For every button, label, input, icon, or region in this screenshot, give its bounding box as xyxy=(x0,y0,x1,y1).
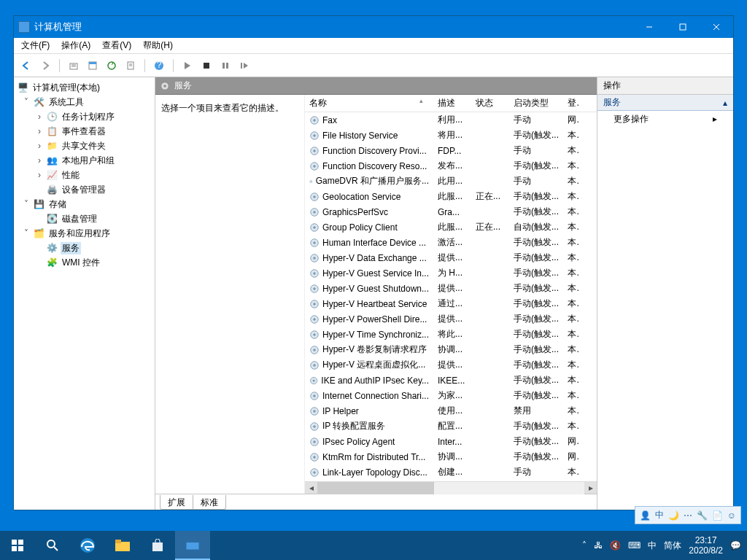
clock[interactable]: 23:17 2020/8/2 xyxy=(689,535,723,556)
tree-performance[interactable]: ›📈性能 xyxy=(14,168,155,182)
tree-services[interactable]: ⚙️服务 xyxy=(14,241,155,255)
menu-file[interactable]: 文件(F) xyxy=(15,38,55,53)
forward-button[interactable] xyxy=(37,58,53,74)
service-row[interactable]: Group Policy Client此服...正在...自动(触发...本 xyxy=(305,219,597,235)
ime-lang[interactable]: 中 xyxy=(655,509,664,521)
minimize-button[interactable] xyxy=(632,16,666,38)
dots-icon[interactable]: ⋯ xyxy=(684,510,692,521)
col-logon[interactable]: 登 xyxy=(563,97,579,109)
tree-shared-folders[interactable]: ›📁共享文件夹 xyxy=(14,139,155,153)
back-button[interactable] xyxy=(18,58,34,74)
taskbar[interactable]: ˄ 🖧 🔇 ⌨ 中 简体 23:17 2020/8/2 💬 xyxy=(0,531,747,560)
pause-button[interactable] xyxy=(217,58,233,74)
tree-event-viewer[interactable]: ›📋事件查看器 xyxy=(14,124,155,139)
store-button[interactable] xyxy=(140,531,175,560)
tree-disk-management[interactable]: 💽磁盘管理 xyxy=(14,211,155,226)
tree-local-users[interactable]: ›👥本地用户和组 xyxy=(14,153,155,168)
edge-button[interactable] xyxy=(70,531,105,560)
menu-view[interactable]: 查看(V) xyxy=(96,38,137,53)
notifications-icon[interactable]: 💬 xyxy=(730,540,741,551)
up-button[interactable] xyxy=(66,58,82,74)
scroll-thumb[interactable] xyxy=(317,482,434,494)
list-rows[interactable]: Fax利用...手动网File History Service将用...手动(触… xyxy=(305,112,597,481)
title-bar[interactable]: 计算机管理 xyxy=(14,16,733,38)
scroll-left[interactable]: ◂ xyxy=(305,482,317,494)
tree-wmi[interactable]: 🧩WMI 控件 xyxy=(14,255,155,270)
network-icon[interactable]: 🖧 xyxy=(594,540,603,551)
start-button[interactable] xyxy=(0,531,35,560)
service-row[interactable]: Function Discovery Provi...FDP...手动本 xyxy=(305,143,597,158)
service-row[interactable]: File History Service将用...手动(触发...本 xyxy=(305,128,597,143)
tab-standard[interactable]: 标准 xyxy=(193,495,226,510)
note-icon[interactable]: 📄 xyxy=(712,510,723,521)
service-row[interactable]: Hyper-V Guest Shutdown...提供...手动(触发...本 xyxy=(305,281,597,296)
col-name[interactable]: 名称▴ xyxy=(305,97,433,109)
tree-device-manager[interactable]: 🖨️设备管理器 xyxy=(14,182,155,197)
refresh-button[interactable] xyxy=(104,58,120,74)
props-button[interactable] xyxy=(85,58,101,74)
col-desc[interactable]: 描述 xyxy=(433,97,471,109)
close-button[interactable] xyxy=(700,16,733,38)
scroll-right[interactable]: ▸ xyxy=(584,482,597,494)
svg-rect-3 xyxy=(89,62,96,64)
storage-icon: 💾 xyxy=(33,198,44,210)
services-header: 服务 xyxy=(155,77,597,95)
service-row[interactable]: Fax利用...手动网 xyxy=(305,112,597,128)
service-row[interactable]: Internet Connection Shari...为家...手动(触发..… xyxy=(305,388,597,403)
service-row[interactable]: Human Interface Device ...激活...手动(触发...本 xyxy=(305,235,597,250)
restart-button[interactable] xyxy=(236,58,252,74)
tree-storage[interactable]: ˅💾存储 xyxy=(14,197,155,211)
menu-action[interactable]: 操作(A) xyxy=(55,38,96,53)
tree-root[interactable]: 🖥️ 计算机管理(本地) xyxy=(14,80,155,95)
service-row[interactable]: KtmRm for Distributed Tr...协调...手动(触发...… xyxy=(305,449,597,464)
ime-lang-tray[interactable]: 中 xyxy=(648,540,657,552)
moon-icon[interactable]: 🌙 xyxy=(668,510,679,521)
system-tray[interactable]: ˄ 🖧 🔇 ⌨ 中 简体 23:17 2020/8/2 💬 xyxy=(582,535,747,556)
list-header[interactable]: 名称▴ 描述 状态 启动类型 登 xyxy=(305,95,597,112)
service-row[interactable]: Hyper-V Heartbeat Service通过...手动(触发...本 xyxy=(305,296,597,311)
menu-help[interactable]: 帮助(H) xyxy=(137,38,179,53)
tray-up-icon[interactable]: ˄ xyxy=(582,540,587,551)
maximize-button[interactable] xyxy=(666,16,700,38)
explorer-button[interactable] xyxy=(105,531,140,560)
tree-task-scheduler[interactable]: ›🕒任务计划程序 xyxy=(14,109,155,124)
play-button[interactable] xyxy=(179,58,196,74)
service-row[interactable]: Hyper-V PowerShell Dire...提供...手动(触发...本 xyxy=(305,311,597,327)
service-row[interactable]: IP Helper使用...禁用本 xyxy=(305,403,597,419)
service-row[interactable]: GraphicsPerfSvcGra...手动(触发...本 xyxy=(305,204,597,219)
volume-icon[interactable]: 🔇 xyxy=(610,540,621,551)
keyboard-icon[interactable]: ⌨ xyxy=(628,540,640,551)
description-pane: 选择一个项目来查看它的描述。 xyxy=(155,95,304,494)
tree-services-apps[interactable]: ˅🗂️服务和应用程序 xyxy=(14,226,155,241)
stop-button[interactable] xyxy=(198,58,214,74)
service-row[interactable]: Link-Layer Topology Disc...创建...手动本 xyxy=(305,464,597,480)
service-row[interactable]: IP 转换配置服务配置...手动(触发...本 xyxy=(305,419,597,434)
service-row[interactable]: Hyper-V Time Synchroniz...将此...手动(触发...本 xyxy=(305,327,597,342)
service-row[interactable]: IKE and AuthIP IPsec Key...IKEE...手动(触发.… xyxy=(305,373,597,388)
h-scrollbar[interactable]: ◂ ▸ xyxy=(305,481,597,494)
smile-icon[interactable]: ☺ xyxy=(727,510,736,521)
service-row[interactable]: Hyper-V 卷影复制请求程序协调...手动(触发...本 xyxy=(305,342,597,357)
tab-extended[interactable]: 扩展 xyxy=(160,495,193,510)
service-row[interactable]: Function Discovery Reso...发布...手动(触发...本 xyxy=(305,158,597,174)
ime-float-bar[interactable]: 👤 中 🌙 ⋯ 🔧 📄 ☺ xyxy=(635,506,741,524)
scope-tree[interactable]: 🖥️ 计算机管理(本地) ˅🛠️系统工具 ›🕒任务计划程序 ›📋事件查看器 ›📁… xyxy=(14,77,155,510)
service-row[interactable]: Hyper-V Data Exchange ...提供...手动(触发...本 xyxy=(305,250,597,265)
help-button[interactable]: ? xyxy=(151,58,167,74)
service-row[interactable]: Geolocation Service此服...正在...手动(触发...本 xyxy=(305,189,597,204)
col-state[interactable]: 状态 xyxy=(471,97,509,109)
export-button[interactable] xyxy=(123,58,139,74)
actions-section[interactable]: 服务▴ xyxy=(597,95,733,111)
more-actions[interactable]: 更多操作▸ xyxy=(597,111,733,127)
service-row[interactable]: GameDVR 和广播用户服务...此用...手动本 xyxy=(305,174,597,189)
svg-point-41 xyxy=(313,318,316,321)
tree-system-tools[interactable]: ˅🛠️系统工具 xyxy=(14,95,155,109)
service-row[interactable]: Hyper-V Guest Service In...为 H...手动(触发..… xyxy=(305,265,597,281)
search-button[interactable] xyxy=(35,531,70,560)
service-row[interactable]: Hyper-V 远程桌面虚拟化...提供...手动(触发...本 xyxy=(305,357,597,373)
mmc-task[interactable] xyxy=(175,531,210,560)
service-row[interactable]: IPsec Policy AgentInter...手动(触发...网 xyxy=(305,434,597,449)
ime-mode-tray[interactable]: 简体 xyxy=(664,540,681,552)
col-start[interactable]: 启动类型 xyxy=(509,97,563,109)
wrench-icon[interactable]: 🔧 xyxy=(697,510,708,521)
